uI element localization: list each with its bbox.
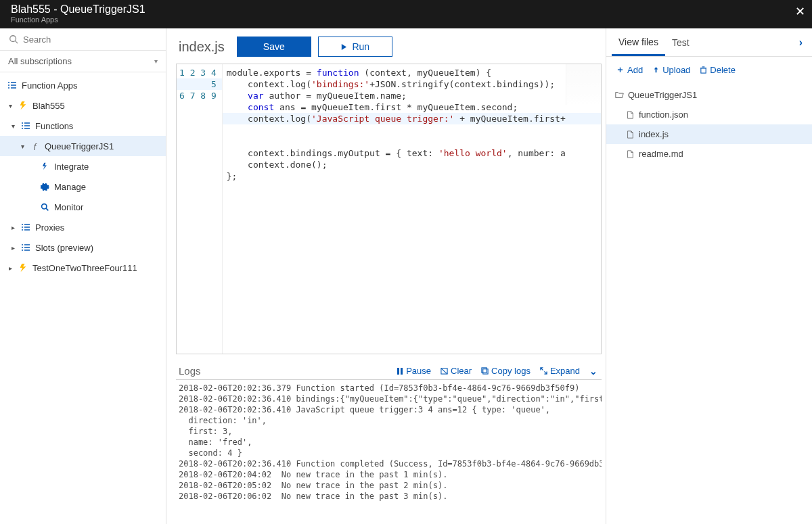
- logs-title: Logs: [179, 365, 201, 377]
- right-panel: View files Test › ＋Add Upload Delete Que…: [606, 28, 812, 524]
- tree-manage[interactable]: Manage: [0, 176, 166, 197]
- plus-icon: ＋: [616, 64, 625, 76]
- tree-monitor[interactable]: Monitor: [0, 197, 166, 217]
- svg-rect-34: [701, 68, 706, 72]
- function-app-icon: [18, 100, 28, 111]
- svg-rect-29: [401, 368, 403, 375]
- search-icon: [8, 34, 19, 45]
- subscriptions-label: All subscriptions: [8, 56, 72, 66]
- logs-body[interactable]: 2018-02-06T20:02:36.379 Function started…: [176, 380, 602, 524]
- folder-open-icon: [614, 91, 624, 100]
- file-label: index.js: [639, 129, 669, 139]
- header-bar: Blah555 - QueueTriggerJS1 Function Apps …: [0, 0, 812, 28]
- caret-down-icon: ▾: [9, 122, 16, 130]
- bolt-icon: [39, 161, 50, 172]
- search-input[interactable]: [23, 34, 158, 45]
- tree-label: Functions: [35, 121, 73, 131]
- run-button[interactable]: Run: [318, 37, 392, 57]
- function-icon: ƒ: [30, 141, 41, 151]
- upload-button[interactable]: Upload: [652, 64, 690, 76]
- code-body[interactable]: module.exports = function (context, myQu…: [223, 64, 601, 354]
- list-icon: [20, 120, 31, 131]
- page-title: Blah555 - QueueTriggerJS1: [11, 3, 801, 16]
- list-icon: [7, 80, 18, 91]
- function-app-icon: [18, 262, 28, 273]
- tree: Function Apps ▾ Blah555 ▾ Functions ▾ ƒ …: [0, 72, 166, 281]
- svg-rect-33: [482, 368, 487, 373]
- tree-integrate[interactable]: Integrate: [0, 156, 166, 176]
- svg-rect-28: [397, 368, 399, 375]
- tree-label: Monitor: [54, 202, 83, 212]
- page-subtitle: Function Apps: [11, 16, 801, 24]
- svg-rect-32: [483, 369, 488, 374]
- pause-button[interactable]: Pause: [397, 366, 431, 376]
- search-icon: [39, 201, 50, 212]
- search-row[interactable]: [0, 28, 166, 51]
- logs-panel: Logs Pause Clear Copy logs Expand ⌄ 2018…: [176, 362, 602, 524]
- file-index-js[interactable]: index.js: [606, 124, 812, 144]
- tree-functions[interactable]: ▾ Functions: [0, 116, 166, 136]
- content-area: index.js Save Run 1 2 3 4 5 6 7 8 9 modu…: [166, 28, 606, 524]
- file-label: readme.md: [639, 149, 683, 159]
- file-function-json[interactable]: function.json: [606, 105, 812, 124]
- file-folder[interactable]: QueueTriggerJS1: [606, 85, 812, 105]
- line-gutter: 1 2 3 4 5 6 7 8 9: [177, 64, 223, 354]
- tree-function-apps[interactable]: Function Apps: [0, 75, 166, 95]
- tree-label: TestOneTwoThreeFour111: [32, 263, 137, 273]
- tree-app-blah555[interactable]: ▾ Blah555: [0, 95, 166, 116]
- svg-line-15: [46, 208, 48, 210]
- tree-label: Slots (preview): [35, 243, 93, 253]
- caret-down-icon: ▾: [19, 143, 26, 150]
- minimap[interactable]: [566, 64, 601, 105]
- code-editor[interactable]: 1 2 3 4 5 6 7 8 9 module.exports = funct…: [176, 64, 602, 354]
- tree-fn-queuetriggerjs1[interactable]: ▾ ƒ QueueTriggerJS1: [0, 136, 166, 156]
- tree-label: Function Apps: [22, 80, 77, 91]
- svg-point-0: [10, 36, 16, 42]
- add-button[interactable]: ＋Add: [616, 64, 643, 76]
- file-actions: ＋Add Upload Delete: [606, 57, 812, 82]
- gear-icon: [39, 181, 50, 192]
- folder-label: QueueTriggerJS1: [628, 90, 697, 100]
- clear-icon: [441, 367, 448, 375]
- tree-label: Blah555: [32, 101, 65, 111]
- file-icon: [625, 149, 635, 159]
- delete-button[interactable]: Delete: [700, 64, 736, 76]
- list-icon: [20, 222, 31, 233]
- file-icon: [625, 110, 635, 120]
- editor-toolbar: index.js Save Run: [176, 37, 606, 64]
- tree-app-testonetwothreefour[interactable]: ▸ TestOneTwoThreeFour111: [0, 258, 166, 278]
- tab-test[interactable]: Test: [665, 30, 696, 55]
- tab-view-files[interactable]: View files: [612, 30, 665, 56]
- right-tabs: View files Test ›: [606, 28, 812, 57]
- copy-icon: [481, 367, 489, 375]
- chevron-down-icon[interactable]: ⌄: [589, 366, 597, 377]
- tree-label: QueueTriggerJS1: [45, 141, 114, 151]
- file-tree: QueueTriggerJS1 function.json index.js r…: [606, 82, 812, 166]
- clear-button[interactable]: Clear: [441, 366, 472, 376]
- svg-line-1: [16, 41, 18, 44]
- close-icon[interactable]: ✕: [795, 4, 805, 19]
- sidebar: All subscriptions ▾ Function Apps ▾ Blah…: [0, 28, 166, 524]
- subscriptions-dropdown[interactable]: All subscriptions ▾: [0, 51, 166, 72]
- copy-logs-button[interactable]: Copy logs: [481, 366, 531, 376]
- upload-icon: [652, 66, 660, 74]
- svg-line-31: [441, 368, 447, 374]
- file-label: function.json: [639, 110, 688, 120]
- svg-point-14: [41, 204, 46, 208]
- chevron-down-icon: ▾: [154, 57, 158, 65]
- tree-slots[interactable]: ▸ Slots (preview): [0, 237, 166, 258]
- tree-label: Manage: [54, 182, 86, 192]
- tree-proxies[interactable]: ▸ Proxies: [0, 217, 166, 237]
- play-icon: [340, 43, 348, 51]
- tree-label: Integrate: [54, 162, 89, 172]
- chevron-right-icon[interactable]: ›: [795, 32, 807, 53]
- caret-right-icon: ▸: [7, 264, 14, 272]
- file-readme-md[interactable]: readme.md: [606, 144, 812, 164]
- expand-icon: [540, 367, 547, 375]
- caret-right-icon: ▸: [9, 224, 16, 231]
- list-icon: [20, 242, 31, 253]
- expand-button[interactable]: Expand: [540, 366, 580, 376]
- pause-icon: [397, 368, 403, 375]
- save-button[interactable]: Save: [237, 37, 311, 57]
- trash-icon: [700, 66, 707, 74]
